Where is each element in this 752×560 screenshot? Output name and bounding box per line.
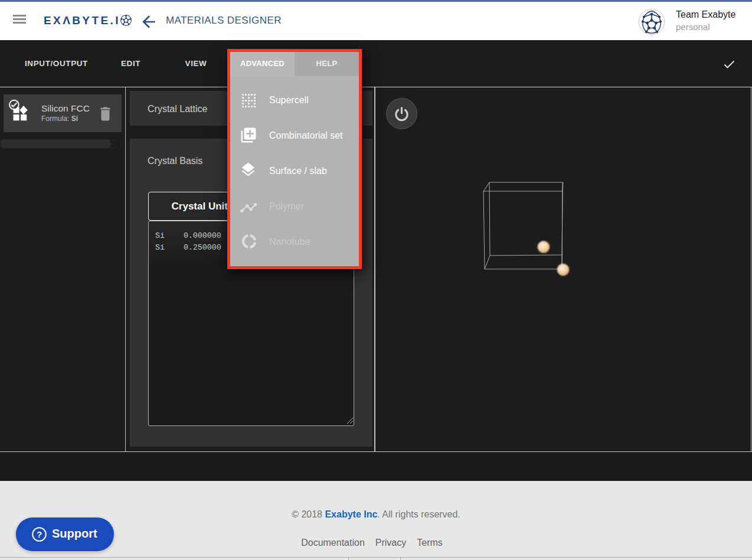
svg-text:?: ? (37, 529, 42, 539)
